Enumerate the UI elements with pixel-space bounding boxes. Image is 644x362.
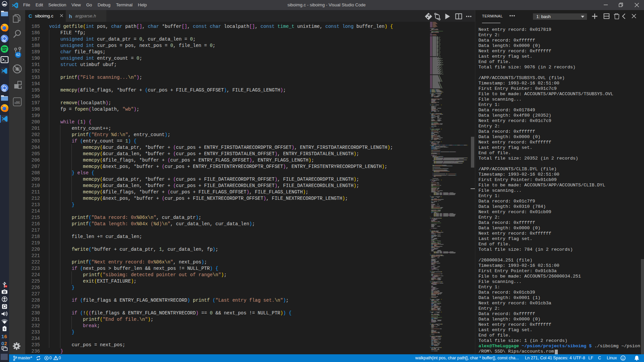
svg-text:C: C bbox=[29, 13, 32, 19]
svg-text:6: 6 bbox=[4, 334, 7, 339]
svg-text:86: 86 bbox=[16, 101, 20, 105]
svg-text:0: 0 bbox=[1, 341, 4, 346]
svg-text:62: 62 bbox=[16, 53, 20, 57]
svg-text:h: h bbox=[69, 13, 72, 19]
svg-text:1: 1 bbox=[1, 334, 4, 339]
svg-text:2: 2 bbox=[4, 341, 7, 346]
